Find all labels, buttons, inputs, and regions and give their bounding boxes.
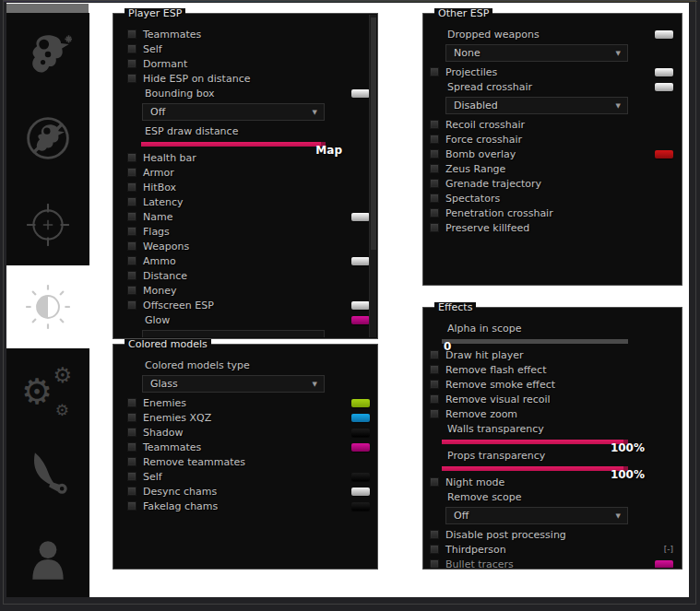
- option-row: Money: [114, 283, 376, 298]
- option-row: Preserve killfeed: [424, 220, 681, 235]
- checkbox[interactable]: [127, 442, 136, 452]
- checkbox[interactable]: [430, 164, 439, 173]
- dropdown[interactable]: Disabled▼: [445, 97, 628, 114]
- checkbox[interactable]: [430, 194, 439, 203]
- checkbox[interactable]: [127, 487, 136, 496]
- checkbox[interactable]: [127, 227, 136, 236]
- checkbox[interactable]: [430, 120, 439, 129]
- checkbox[interactable]: [430, 365, 439, 374]
- color-swatch[interactable]: [351, 488, 370, 496]
- checkbox[interactable]: [430, 409, 439, 418]
- color-swatch[interactable]: [351, 429, 370, 437]
- checkbox[interactable]: [127, 428, 136, 437]
- sidebar-tab-players[interactable]: [6, 519, 89, 602]
- dropdown[interactable]: None▼: [445, 44, 628, 62]
- checkbox[interactable]: [127, 212, 136, 221]
- slider-track[interactable]: [141, 142, 326, 147]
- checkbox[interactable]: [127, 398, 136, 407]
- checkbox[interactable]: [127, 256, 136, 265]
- color-swatch[interactable]: [655, 68, 673, 76]
- gear-small-icon: ⚙: [55, 403, 69, 418]
- checkbox[interactable]: [127, 286, 136, 295]
- option-label: Draw hit player: [445, 349, 524, 361]
- color-swatch[interactable]: [351, 502, 370, 511]
- sidebar-tab-misc[interactable]: ⚙ ⚙ ⚙: [6, 352, 89, 435]
- checkbox[interactable]: [430, 545, 439, 554]
- sidebar-tab-skins[interactable]: [6, 431, 89, 514]
- checkbox[interactable]: [430, 149, 439, 159]
- window: ⚙ ⚙ ⚙ Player ESP Tea: [0, 0, 700, 611]
- checkbox[interactable]: [127, 472, 136, 481]
- color-swatch[interactable]: [655, 150, 673, 159]
- checkbox[interactable]: [430, 559, 439, 568]
- color-swatch[interactable]: [351, 399, 370, 407]
- checkbox[interactable]: [127, 413, 136, 422]
- checkbox[interactable]: [127, 153, 136, 162]
- checkbox[interactable]: [127, 44, 136, 53]
- checkbox[interactable]: [430, 530, 439, 539]
- checkbox[interactable]: [430, 380, 439, 389]
- color-swatch[interactable]: [351, 301, 370, 310]
- checkbox[interactable]: [430, 350, 439, 359]
- option-label: Health bar: [143, 152, 196, 164]
- color-swatch[interactable]: [351, 257, 370, 265]
- checkbox[interactable]: [127, 241, 136, 251]
- color-swatch[interactable]: [351, 89, 370, 98]
- checkbox[interactable]: [127, 197, 136, 206]
- color-swatch[interactable]: [655, 83, 673, 91]
- option-row: Remove smoke effect: [424, 377, 681, 392]
- option-row: Penetration crosshair: [424, 206, 681, 220]
- option-label: Flags: [143, 226, 170, 238]
- checkbox[interactable]: [430, 477, 439, 487]
- sidebar-tab-aimbot[interactable]: [6, 14, 89, 97]
- slider[interactable]: 100%: [442, 463, 628, 475]
- color-swatch[interactable]: [351, 473, 370, 481]
- option-row: Bullet tracers: [424, 557, 681, 568]
- checkbox[interactable]: [430, 179, 439, 188]
- checkbox[interactable]: [430, 135, 439, 144]
- scrollbar-thumb[interactable]: [371, 18, 376, 250]
- dropdown[interactable]: Off▼: [445, 507, 628, 524]
- option-label: Colored models type: [145, 359, 250, 371]
- checkbox[interactable]: [430, 67, 439, 76]
- slider[interactable]: 100%: [442, 436, 628, 448]
- option-row: Alpha in scope: [424, 321, 681, 335]
- checkbox[interactable]: [127, 271, 136, 280]
- checkbox[interactable]: [430, 208, 439, 217]
- checkbox[interactable]: [127, 457, 136, 466]
- checkbox[interactable]: [127, 29, 136, 39]
- slider[interactable]: 0: [442, 335, 628, 347]
- window-drag-bar[interactable]: [6, 4, 89, 13]
- checkbox[interactable]: [127, 182, 136, 192]
- dropdown-clipped[interactable]: [142, 330, 325, 337]
- slider-track[interactable]: [442, 339, 628, 344]
- color-swatch[interactable]: [351, 316, 370, 324]
- sidebar-tab-triggerbot[interactable]: [6, 183, 89, 266]
- sidebar-tab-antiaim[interactable]: [6, 97, 89, 180]
- checkbox[interactable]: [127, 501, 136, 511]
- slider-track[interactable]: [442, 440, 628, 444]
- color-swatch[interactable]: [655, 560, 673, 568]
- checkbox[interactable]: [127, 59, 136, 68]
- dropdown[interactable]: Glass▼: [142, 375, 325, 393]
- color-swatch[interactable]: [351, 414, 370, 422]
- slider-value: Map: [315, 144, 342, 157]
- color-swatch[interactable]: [655, 30, 673, 39]
- sidebar-tab-visuals[interactable]: [6, 265, 89, 348]
- checkbox[interactable]: [127, 300, 136, 310]
- slider-track[interactable]: [442, 466, 628, 471]
- checkbox[interactable]: [127, 74, 136, 83]
- option-row: Enemies XQZ: [114, 410, 376, 425]
- color-swatch[interactable]: [351, 443, 370, 452]
- checkbox[interactable]: [430, 394, 439, 404]
- dropdown[interactable]: Off▼: [142, 103, 325, 121]
- slider-fill: [442, 466, 628, 471]
- slider[interactable]: Map: [141, 138, 326, 150]
- option-label: Penetration crosshair: [445, 207, 553, 219]
- scrollbar[interactable]: [369, 15, 376, 337]
- color-swatch[interactable]: [351, 213, 370, 221]
- checkbox[interactable]: [127, 168, 136, 177]
- checkbox[interactable]: [430, 223, 439, 232]
- option-row: Enemies: [114, 395, 376, 410]
- chevron-down-icon: ▼: [616, 102, 621, 110]
